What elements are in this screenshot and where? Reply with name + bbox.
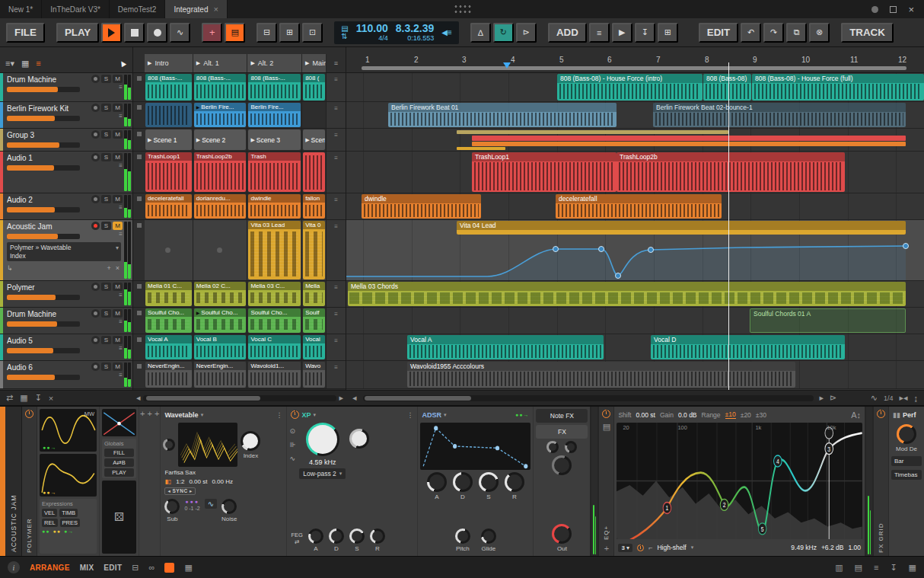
freq-offset-value[interactable]: 0.00 Hz [212,478,233,485]
unison-icon[interactable]: ▮▯ [164,478,171,485]
output-volume-knob[interactable] [552,524,572,544]
volume-slider[interactable] [7,165,80,171]
mod-source-dots[interactable]: ●●→ [43,490,56,495]
track-header[interactable]: Polymer S M ≡ [0,281,132,308]
timeline-ruler[interactable]: 1 2 3 4 5 6 7 8 9 10 11 12 [346,47,924,73]
solo-button[interactable]: S [101,283,111,291]
add-button[interactable]: ADD [548,23,587,43]
timb-button[interactable]: TIMB [59,509,78,517]
row-menu-icon[interactable]: ≡ [327,129,346,151]
record-arm-button-active[interactable] [91,222,100,230]
launcher-scrollbar[interactable] [143,395,337,401]
filter-drive-icon[interactable]: ⊪ [289,441,295,449]
detail-panel-icon[interactable]: ≡ [874,563,878,572]
band-power-button[interactable] [637,544,644,551]
overdub-button[interactable]: + [202,23,222,43]
cue-marker-icon[interactable] [503,62,511,69]
solo-button[interactable]: S [101,75,111,83]
bar-length-select[interactable]: Bar [891,456,922,466]
clip-stop-button[interactable] [133,220,145,280]
band-type-select[interactable]: High-shelf [657,544,686,551]
filter-power-button[interactable] [291,410,299,419]
record-arm-button[interactable] [91,336,100,344]
track-header[interactable]: Audio 1 S M ≡ [0,152,132,193]
groove-icon[interactable]: ▤⇅ [341,25,348,40]
device-name-label[interactable]: POLYMER [26,422,33,553]
clip[interactable]: TrashLoop2b [194,152,247,192]
filter-decay-knob[interactable] [329,529,344,544]
arranger-track-lane[interactable]: Mella 03 Chords [346,281,924,308]
time-signature-value[interactable]: 4/4 [378,34,388,42]
envelope-display[interactable] [420,423,531,470]
track-header[interactable]: Drum Machine S M ≡ [0,73,132,102]
track-menu-icon[interactable]: ≡ [119,232,123,238]
mod-source-dots[interactable]: ●●→ [43,445,56,450]
scroll-right-icon[interactable]: ▸ [820,393,824,403]
clip[interactable]: Soulful Cho... [248,308,301,333]
env-mod-dots[interactable]: ●●→ [515,412,529,417]
fx-tab[interactable]: FX [536,425,588,439]
arranger-clip[interactable]: Wavoloid1955 Acccolours [407,362,795,388]
arranger-timeline[interactable]: 1 2 3 4 5 6 7 8 9 10 11 12 808 (Bass-08)… [346,47,924,390]
clip-stop-button[interactable] [133,281,145,307]
arranger-track-lane[interactable]: dwindle deceleratefall [346,193,924,220]
volume-slider[interactable] [7,295,80,300]
mute-button[interactable]: M [113,75,123,83]
glide-knob[interactable] [481,529,496,544]
swap-tracks-icon[interactable]: ⇄ [6,393,13,403]
clip-stop-button[interactable] [133,361,145,388]
filter-release-knob[interactable] [370,529,385,544]
track-menu-icon[interactable]: ≡ [119,205,123,211]
oscillator-wave-display[interactable]: MW ●●→ [40,409,97,452]
delete-button[interactable]: ⊗ [809,23,830,43]
scroll-left-icon[interactable]: ◂ [136,393,141,403]
scroll-right-icon[interactable]: ▸ [339,393,343,403]
clip[interactable]: Vocal [303,335,325,359]
group-scene-clip[interactable]: Scene 3 [248,129,301,150]
feg-arrows-icon[interactable]: ⇄ [295,538,299,545]
record-arm-button[interactable] [91,75,100,83]
add-modulator-button[interactable]: + [155,409,159,418]
clip[interactable]: Mella 01 C... [145,282,192,306]
track-header[interactable]: Group 3 S M [0,129,132,152]
rel-button[interactable]: REL [42,519,58,527]
oscillator-type-selector[interactable]: Wavetable [164,411,198,419]
track-header[interactable]: Berlin Firework Kit S M ≡ [0,102,132,129]
arranger-clip[interactable]: Vocal A [407,335,604,359]
grid-view-icon[interactable]: ▦ [21,59,29,69]
scene-menu-icon[interactable]: ≡ [327,54,346,72]
clip[interactable]: Wavoloid1... [248,362,301,388]
clip[interactable]: Soulf [303,308,325,333]
grid-resolution-value[interactable]: 1/4 [884,394,894,402]
edit-button[interactable]: EDIT [699,23,738,43]
arranger-clip[interactable]: 808 (Bass-08) [703,74,751,101]
arranger-clip[interactable]: dwindle [362,194,481,219]
solo-button[interactable]: S [101,309,111,318]
arranger-clip[interactable]: Berlin Firework Beat 02-bounce-1 [653,103,906,127]
clip[interactable]: Wavo [303,362,325,388]
eq-spectrum-display[interactable]: 20 100 1k 10k [617,423,862,539]
scene-button[interactable]: ▶Intro [145,54,193,72]
mute-button[interactable]: M [113,153,123,161]
eq-device-label[interactable]: EQ+ [603,436,610,540]
arranger-clip[interactable]: 808 (Bass-08) - House Force (full) [752,74,924,101]
volume-slider[interactable] [7,207,80,212]
envelope-type-selector[interactable]: ADSR [422,411,441,419]
record-arm-button[interactable] [91,153,100,161]
project-tab[interactable]: InTheDark V3* [42,0,110,18]
arranger-scrollbar[interactable] [363,395,814,401]
clip[interactable]: dorianredu... [194,194,247,219]
engine-status-icon[interactable] [871,6,878,13]
scroll-left-icon[interactable]: ◂ [352,393,357,403]
clip-stop-button[interactable] [133,129,145,151]
loop-toggle-button[interactable]: ↻ [493,23,514,43]
arranger-track-lane[interactable]: 808 (Bass-08) - House Force (intro) 808 … [346,73,924,102]
clip[interactable]: Berlin Fire... [248,103,301,127]
project-tab[interactable]: New 1* [0,0,42,18]
solo-button[interactable]: S [101,104,111,112]
range-10-button[interactable]: ±10 [725,410,736,419]
mod-dots[interactable]: ●→ [64,529,74,534]
arranger-clip[interactable]: Soulful Chords 01 A [750,308,906,333]
launcher-view-icon[interactable]: ≡ [36,59,40,68]
playback-follow-button[interactable]: ▶ [612,23,632,43]
